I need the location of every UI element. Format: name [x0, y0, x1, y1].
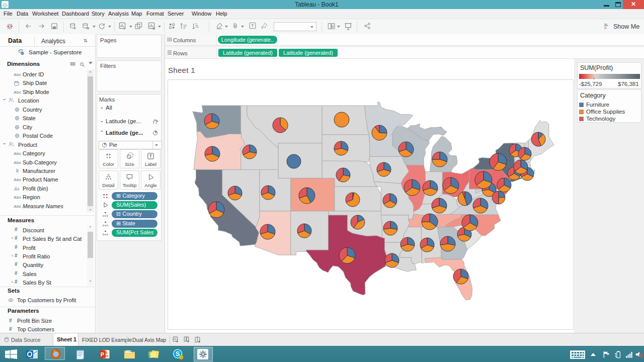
svg-text:S: S	[176, 350, 180, 357]
svg-text:P: P	[101, 351, 104, 357]
